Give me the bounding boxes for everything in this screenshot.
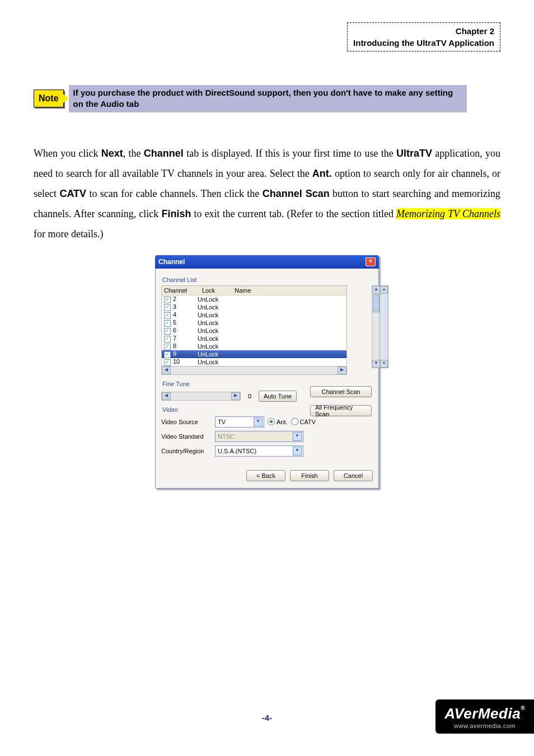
brand-badge: AVerMedia® www.avermedia.com <box>435 699 534 734</box>
note-badge: Note <box>34 90 64 107</box>
checkbox-icon[interactable]: ✓ <box>164 328 171 335</box>
video-source-label: Video Source <box>161 419 212 425</box>
channel-list-label: Channel List <box>162 276 373 283</box>
checkbox-icon[interactable]: ✓ <box>164 336 171 342</box>
lock-cell: UnLock <box>198 312 226 318</box>
radio-unchecked-icon <box>291 418 298 425</box>
note-text: If you purchase the product with DirectS… <box>69 85 467 112</box>
col-name[interactable]: Name <box>232 286 346 295</box>
cancel-button[interactable]: Cancel <box>334 470 373 481</box>
channel-number: 10 <box>173 358 180 365</box>
chapter-number: Chapter 2 <box>353 25 494 37</box>
spin-down-icon[interactable]: ▾ <box>380 360 388 368</box>
table-row[interactable]: ✓4UnLock <box>162 311 346 319</box>
col-lock[interactable]: Lock <box>200 286 232 295</box>
spin-control[interactable]: ▴ ▾ <box>380 285 388 368</box>
list-hscrollbar[interactable]: ◀ ▶ <box>161 367 347 375</box>
slider-right-icon[interactable]: ▶ <box>231 392 240 400</box>
list-header: Channel Lock Name <box>162 286 346 295</box>
channel-number: 9 <box>173 350 176 357</box>
scroll-up-icon[interactable]: ▲ <box>372 286 380 294</box>
dialog-titlebar[interactable]: Channel × <box>155 255 379 269</box>
checkbox-icon[interactable]: ✓ <box>164 320 171 327</box>
lock-cell: UnLock <box>198 351 226 358</box>
fine-tune-value: 0 <box>244 393 255 400</box>
country-label: Country/Region <box>161 448 212 454</box>
channel-number: 6 <box>173 327 176 334</box>
chevron-down-icon[interactable]: ▼ <box>254 417 263 426</box>
table-row[interactable]: ✓3UnLock <box>162 303 346 311</box>
note-callout: Note If you purchase the product with Di… <box>34 85 467 112</box>
slider-left-icon[interactable]: ◀ <box>162 392 171 400</box>
fine-tune-slider[interactable]: ◀ ▶ <box>161 392 241 401</box>
scroll-thumb[interactable] <box>373 294 380 312</box>
chevron-down-icon: ▼ <box>293 432 302 441</box>
channel-number: 8 <box>173 342 176 349</box>
scroll-left-icon[interactable]: ◀ <box>162 367 171 374</box>
table-row[interactable]: ✓9UnLock <box>162 350 346 358</box>
finish-button[interactable]: Finish <box>290 470 329 481</box>
table-row[interactable]: ✓10UnLock <box>162 358 346 366</box>
channel-number: 5 <box>173 319 176 326</box>
table-row[interactable]: ✓7UnLock <box>162 335 346 342</box>
channel-number: 7 <box>173 335 176 341</box>
note-badge-text: Note <box>39 93 59 104</box>
catv-radio[interactable]: CATV <box>291 418 316 425</box>
chapter-title: Introducing the UltraTV Application <box>353 37 494 49</box>
brand-url: www.avermedia.com <box>444 722 525 729</box>
lock-cell: UnLock <box>198 296 226 303</box>
chapter-box: Chapter 2 Introducing the UltraTV Applic… <box>347 22 500 51</box>
checkbox-icon[interactable]: ✓ <box>164 359 171 366</box>
scroll-down-icon[interactable]: ▼ <box>372 360 380 368</box>
table-row[interactable]: ✓5UnLock <box>162 319 346 327</box>
close-icon[interactable]: × <box>366 257 376 266</box>
lock-cell: UnLock <box>198 304 226 311</box>
note-arrow-icon <box>63 94 69 103</box>
all-frequency-scan-button[interactable]: All Frequency Scan <box>310 405 372 416</box>
checkbox-icon[interactable]: ✓ <box>164 312 171 319</box>
back-button[interactable]: < Back <box>246 470 285 481</box>
checkbox-icon[interactable]: ✓ <box>164 297 171 303</box>
scroll-right-icon[interactable]: ▶ <box>338 367 346 374</box>
video-source-select[interactable]: TV ▼ <box>215 416 264 428</box>
video-standard-select: NTSC ▼ <box>215 431 303 442</box>
checkbox-icon[interactable]: ✓ <box>164 304 171 311</box>
channel-dialog: Channel × Channel List Channel Lock Name… <box>155 255 379 489</box>
table-row[interactable]: ✓8UnLock <box>162 342 346 350</box>
channel-scan-button[interactable]: Channel Scan <box>310 386 372 397</box>
channel-list[interactable]: Channel Lock Name ✓2UnLock✓3UnLock✓4UnLo… <box>161 285 347 367</box>
checkbox-icon[interactable]: ✓ <box>164 351 171 358</box>
channel-number: 2 <box>173 295 176 302</box>
auto-tune-button[interactable]: Auto Tune <box>259 391 297 402</box>
body-paragraph: When you click Next, the Channel tab is … <box>34 143 500 244</box>
dialog-title: Channel <box>158 258 185 266</box>
brand-name: AVerMedia® <box>444 705 525 722</box>
video-standard-label: Video Standard <box>161 433 212 440</box>
table-row[interactable]: ✓6UnLock <box>162 327 346 335</box>
lock-cell: UnLock <box>198 343 226 350</box>
ant-radio[interactable]: Ant. <box>268 418 288 425</box>
table-row[interactable]: ✓2UnLock <box>162 295 346 303</box>
channel-number: 3 <box>173 303 176 310</box>
lock-cell: UnLock <box>198 327 226 334</box>
channel-number: 4 <box>173 311 176 318</box>
chevron-down-icon[interactable]: ▼ <box>293 447 302 456</box>
lock-cell: UnLock <box>198 320 226 326</box>
checkbox-icon[interactable]: ✓ <box>164 344 171 350</box>
lock-cell: UnLock <box>198 359 226 365</box>
spin-up-icon[interactable]: ▴ <box>380 286 388 294</box>
radio-checked-icon <box>268 418 275 425</box>
lock-cell: UnLock <box>198 335 226 342</box>
col-channel[interactable]: Channel <box>162 286 200 295</box>
country-select[interactable]: U.S.A.(NTSC) ▼ <box>215 445 303 457</box>
